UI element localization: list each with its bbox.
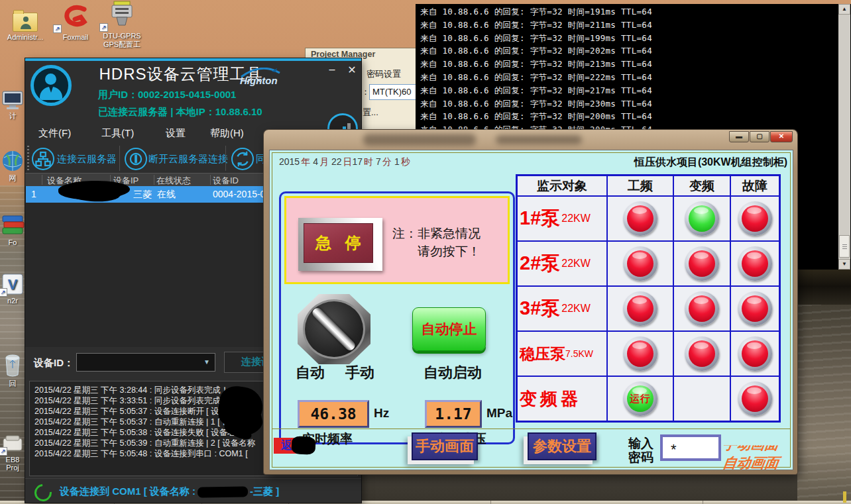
status-lamp — [623, 336, 657, 371]
dt-hour-unit: 时 — [364, 156, 373, 167]
terminal-line: 来自 10.88.6.6 的回复: 字节=32 时间=230ms TTL=64 — [420, 99, 652, 110]
lamp-cell: 运行 — [608, 377, 673, 421]
pump-row-label: 2#泵22KW — [518, 242, 606, 285]
connect-cloud-button[interactable]: 连接云服务器 — [57, 153, 117, 166]
dt-month-unit: 月 — [319, 156, 329, 167]
desktop-icon-label2: GPS配置工 — [101, 40, 143, 50]
pump-power: 22KW — [561, 303, 591, 315]
redaction-mark — [291, 436, 315, 455]
status-lamp — [685, 291, 719, 326]
maximize-button[interactable]: ▢ — [750, 131, 769, 142]
menu-settings[interactable]: 设置 — [166, 127, 186, 140]
computer-icon — [1, 90, 24, 110]
disconnect-cloud-icon[interactable] — [125, 148, 147, 170]
password-settings-label: 密码设置 — [367, 68, 401, 80]
password-label-line1: 输入 — [628, 436, 653, 450]
pump-name: 1#泵 — [520, 205, 560, 232]
desktop-photo-water-right — [797, 305, 851, 504]
chevron-down-icon: ▼ — [203, 358, 210, 366]
monitor-header-fault: 故障 — [731, 176, 779, 195]
terminal-line: 来自 10.88.6.6 的回复: 字节=32 时间=199ms TTL=64 — [420, 33, 652, 44]
scroll-up-icon[interactable]: ▲ — [838, 4, 850, 15]
minimize-button[interactable]: – — [325, 64, 339, 77]
monitor-header-grid: 工频 — [608, 176, 673, 195]
terminal-line: 来自 10.88.6.6 的回复: 字节=32 时间=202ms TTL=64 — [420, 46, 652, 57]
status-lamp — [738, 291, 772, 326]
desktop-icon-recycle-bin[interactable]: 回 — [0, 352, 25, 389]
disconnect-cloud-button[interactable]: 断开云服务器连接 — [148, 153, 228, 166]
desktop-icon-label: 网 — [0, 174, 25, 183]
menu-tools[interactable]: 工具(T) — [101, 127, 134, 140]
toolbar-handle[interactable] — [27, 146, 29, 171]
desktop-icon-project-device[interactable]: ↗ EB8 Proj — [0, 429, 25, 472]
lamp-cell — [608, 287, 673, 330]
dt-day: 22 — [331, 156, 342, 167]
lamp-cell — [674, 242, 730, 285]
toolbar-separator — [119, 146, 120, 171]
dt-second-unit: 秒 — [401, 156, 410, 167]
pump-power: 7.5KW — [565, 348, 593, 359]
parameter-settings-button[interactable]: 参数设置 — [528, 432, 596, 460]
project-manager-title: Project Manager — [311, 50, 375, 59]
auto-stop-button[interactable]: 自动停止 — [412, 307, 486, 351]
desktop-icon-label: 计 — [0, 111, 25, 121]
terminal-scrollbar[interactable]: ▲ ▼ — [838, 4, 850, 270]
knob-label-auto: 自动 — [296, 363, 325, 383]
pump-name: 稳压泵 — [520, 344, 565, 364]
desktop-icon-label: DTU-GPRS — [101, 32, 143, 40]
col-online-status: 在线状态 — [156, 175, 191, 187]
menu-file[interactable]: 文件(F) — [38, 127, 71, 140]
mt-field[interactable]: MT(TK)60 — [369, 84, 422, 100]
password-input[interactable] — [660, 434, 721, 461]
minimize-button[interactable]: ▬ — [729, 131, 749, 142]
status-lamp — [738, 246, 772, 281]
monitor-header-object: 监示对象 — [518, 176, 606, 195]
lamp-cell — [731, 287, 779, 330]
device-id-combobox[interactable]: ▼ — [76, 353, 215, 372]
status-lamp — [623, 246, 657, 281]
manual-screen-button[interactable]: 手动画面 — [412, 432, 478, 460]
auto-start-label: 自动启动 — [424, 363, 482, 383]
lamp-cell — [608, 332, 673, 376]
frequency-display: 46.38 — [298, 400, 369, 428]
desktop-icon-administrator[interactable]: Administr... — [4, 3, 46, 41]
emergency-stop-button[interactable]: 急 停 — [298, 218, 382, 271]
dt-month: 4 — [313, 156, 318, 167]
desktop-icon-dtu-gprs[interactable]: ↗ DTU-GPRS GPS配置工 — [101, 1, 143, 50]
books-icon — [1, 213, 25, 237]
desktop-icon-vmware[interactable]: V↗ n2r — [0, 270, 25, 305]
desktop-icon-computer[interactable]: 计 — [0, 85, 25, 121]
monitor-header-vfd: 变频 — [674, 176, 730, 195]
password-label-line2: 密码 — [628, 450, 653, 464]
dt-year: 2015 — [279, 156, 300, 167]
spinner-icon — [31, 481, 56, 504]
device-id: 0004-2015-05 — [213, 189, 270, 199]
close-button[interactable]: ✕ — [770, 131, 793, 142]
menu-help[interactable]: 帮助(H) — [210, 127, 244, 140]
auto-screen-note: 自动画面 — [722, 454, 780, 472]
toolbar-separator — [225, 146, 226, 171]
hignton-logo: Hignton — [239, 69, 281, 89]
device-id-label: 设备ID： — [34, 357, 74, 370]
status-text-suffix: -三菱 ] — [250, 485, 279, 498]
desktop-icon-label: Fo — [0, 238, 25, 246]
desktop-icon-foxmail[interactable]: ↗ Foxmail — [54, 3, 97, 41]
vfd-name: 变频器 — [520, 387, 581, 411]
estop-panel: 急 停 注：非紧急情况 请勿按下！ — [284, 196, 510, 284]
scrollbar-thumb[interactable] — [839, 235, 850, 258]
desktop-icon-network[interactable]: 网 — [0, 147, 25, 183]
device-name-visible: 三菱 — [133, 189, 152, 201]
sync-icon[interactable] — [231, 148, 254, 170]
close-button[interactable]: ✕ — [345, 64, 359, 77]
knob-label-manual: 手动 — [345, 363, 374, 383]
status-lamp — [685, 246, 719, 281]
desktop-icon-books[interactable]: Fo — [0, 212, 25, 246]
scroll-down-icon[interactable]: ▼ — [838, 259, 850, 270]
user-id-text: 用户ID：0002-2015-0415-0001 — [98, 89, 236, 101]
lamp-cell — [731, 242, 779, 285]
auto-manual-knob[interactable] — [298, 294, 370, 364]
connect-cloud-icon[interactable] — [32, 148, 54, 170]
desktop-icon-label: n2r — [0, 297, 25, 305]
bottom-bar-separator — [272, 428, 790, 429]
shortcut-arrow-icon: ↗ — [0, 288, 7, 297]
